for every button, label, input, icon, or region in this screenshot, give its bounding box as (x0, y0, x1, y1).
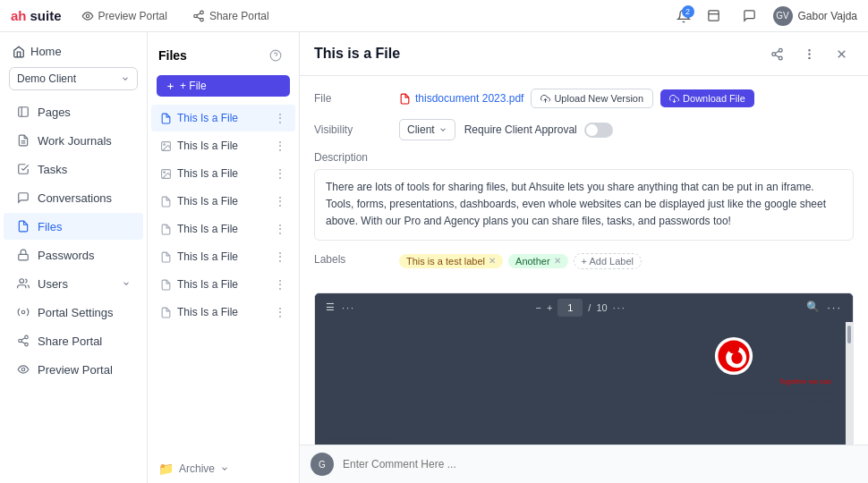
notifications-btn[interactable]: 2 (677, 9, 691, 23)
labels-container: This is a test label ✕ Another ✕ + Add L… (399, 253, 642, 269)
pdf-total-pages: 10 (596, 302, 607, 313)
svg-point-13 (20, 279, 24, 284)
sidebar-item-pages[interactable]: Pages (4, 98, 143, 125)
share-detail-btn[interactable] (764, 41, 789, 66)
file-item[interactable]: This Is a File ⋮ (151, 271, 295, 298)
sidebar-files-label: Files (38, 220, 62, 233)
file-menu-btn[interactable]: ⋮ (274, 139, 286, 153)
file-link[interactable]: thisdocument 2023.pdf (399, 92, 523, 105)
sidebar-passwords-label: Passwords (38, 249, 95, 262)
more-icon (803, 47, 816, 61)
add-label-btn[interactable]: + Add Label (574, 253, 642, 269)
download-btn[interactable]: Download File (660, 89, 754, 107)
upload-version-btn[interactable]: Upload New Version (531, 89, 653, 108)
more-options-btn[interactable] (796, 41, 821, 66)
pdf-menu-icon[interactable]: ☰ (326, 301, 335, 313)
plus-icon (166, 81, 175, 91)
label-another-close[interactable]: ✕ (554, 256, 561, 266)
file-item-name: This Is a File (177, 195, 238, 208)
chat-icon (743, 9, 756, 22)
client-select[interactable]: Demo Client (9, 67, 138, 90)
top-bar-right: 2 GV Gabor Vajda (677, 4, 858, 29)
preview-portal-btn[interactable]: Preview Portal (76, 7, 173, 25)
label-test-text: This is a test label (406, 256, 485, 267)
pdf-preview: ☰ ··· − + / 10 ··· 🔍 ··· (314, 292, 854, 445)
file-menu-btn[interactable]: ⋮ (274, 250, 286, 264)
chat-btn[interactable] (737, 4, 762, 29)
pdf-more-btn[interactable]: ··· (827, 301, 842, 314)
svg-point-29 (779, 48, 782, 52)
sidebar-item-tasks[interactable]: Tasks (4, 156, 143, 182)
comment-input[interactable] (343, 458, 857, 470)
pdf-icon (399, 93, 411, 105)
detail-title: This is a File (314, 46, 400, 62)
label-test-close[interactable]: ✕ (489, 256, 496, 266)
svg-point-16 (19, 339, 22, 343)
sidebar-preview-label: Preview Portal (38, 363, 113, 377)
tasks-icon (16, 162, 30, 176)
file-menu-btn[interactable]: ⋮ (274, 111, 286, 125)
file-menu-btn[interactable]: ⋮ (274, 194, 286, 208)
sidebar-item-files[interactable]: Files (4, 213, 143, 240)
toggle-knob (586, 124, 598, 136)
svg-point-2 (194, 14, 198, 18)
notification-count: 2 (682, 5, 694, 18)
share-icon (192, 10, 205, 22)
file-item[interactable]: This Is a File ⋮ (151, 160, 295, 187)
sidebar-item-users[interactable]: Users (4, 270, 143, 297)
file-menu-btn[interactable]: ⋮ (274, 166, 286, 181)
pdf-zoom-out[interactable]: − (535, 302, 540, 313)
file-menu-btn[interactable]: ⋮ (274, 277, 286, 292)
pdf-page-input[interactable] (557, 299, 583, 317)
file-item[interactable]: This Is a File ⋮ (151, 243, 295, 270)
pdf-scrollbar[interactable] (846, 322, 853, 445)
share-portal-btn[interactable]: Share Portal (187, 7, 275, 25)
preview-portal-label: Preview Portal (98, 10, 167, 22)
window-btn[interactable] (702, 4, 727, 29)
archive-row[interactable]: 📁 Archive (148, 454, 299, 483)
file-item[interactable]: This Is a File ⋮ (151, 132, 295, 159)
file-item-name: This Is a File (177, 306, 238, 318)
pdf-zoom-in[interactable]: + (547, 302, 552, 313)
sidebar-item-work-journals[interactable]: Work Journals (4, 127, 143, 154)
share-nav-icon (16, 334, 30, 348)
share-detail-icon (770, 47, 784, 61)
sidebar-home-label: Home (30, 45, 62, 58)
sidebar-item-conversations[interactable]: Conversations (4, 184, 143, 211)
svg-point-3 (200, 18, 204, 21)
user-info[interactable]: GV Gabor Vajda (773, 6, 858, 26)
detail-header: This is a File (300, 32, 868, 76)
window-icon (707, 9, 720, 22)
file-item[interactable]: This Is a File ⋮ (151, 188, 295, 215)
visibility-label: Visibility (314, 123, 390, 136)
file-item[interactable]: This Is a File ⋮ (151, 216, 295, 242)
download-icon (669, 94, 679, 104)
close-detail-btn[interactable] (829, 41, 854, 66)
svg-point-17 (25, 343, 29, 346)
file-item[interactable]: This Is a File ⋮ (151, 105, 295, 131)
svg-point-34 (808, 49, 809, 50)
top-bar-left: ahsuite Preview Portal Share Portal (11, 7, 275, 25)
svg-rect-8 (19, 107, 29, 117)
files-help-btn[interactable] (263, 43, 288, 68)
sidebar-tasks-label: Tasks (38, 163, 67, 176)
file-menu-btn[interactable]: ⋮ (274, 222, 286, 236)
sidebar-home[interactable]: Home (0, 39, 147, 64)
label-tag-test: This is a test label ✕ (399, 254, 503, 268)
visibility-select[interactable]: Client (399, 119, 455, 140)
file-pdf-icon (160, 113, 172, 124)
file-item[interactable]: This Is a File ⋮ (151, 299, 295, 326)
sidebar-item-share-portal[interactable]: Share Portal (4, 327, 143, 354)
sidebar-item-passwords[interactable]: Passwords (4, 242, 143, 268)
add-label-text: + Add Label (582, 256, 634, 267)
add-file-button[interactable]: + File (157, 75, 290, 97)
file-item-name: This Is a File (177, 278, 238, 291)
pdf-search-btn[interactable]: 🔍 (806, 301, 820, 314)
sidebar-item-preview-portal[interactable]: Preview Portal (4, 356, 143, 383)
sidebar-users-label: Users (38, 277, 68, 291)
file-menu-btn[interactable]: ⋮ (274, 305, 286, 319)
pdf-toolbar: ☰ ··· − + / 10 ··· 🔍 ··· (315, 293, 853, 322)
sidebar-item-portal-settings[interactable]: Portal Settings (4, 299, 143, 326)
together-text: Together we can (714, 377, 831, 386)
approval-toggle[interactable] (584, 123, 613, 138)
